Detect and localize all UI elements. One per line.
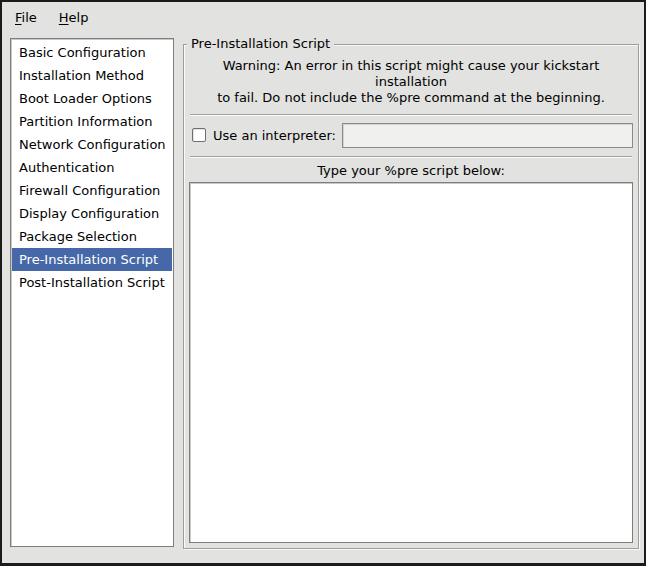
sidebar-item-display-configuration[interactable]: Display Configuration: [12, 202, 172, 225]
sidebar-item-authentication[interactable]: Authentication: [12, 156, 172, 179]
warning-line-1: Warning: An error in this script might c…: [189, 58, 633, 90]
sidebar-item-post-installation-script[interactable]: Post-Installation Script: [12, 271, 172, 294]
separator: [190, 156, 632, 157]
kickstart-configurator-window: File Help Basic ConfigurationInstallatio…: [0, 0, 646, 566]
sidebar-item-boot-loader-options[interactable]: Boot Loader Options: [12, 87, 172, 110]
sidebar-item-pre-installation-script[interactable]: Pre-Installation Script: [12, 248, 172, 271]
use-interpreter-label[interactable]: Use an interpreter:: [213, 128, 336, 143]
warning-line-2: to fail. Do not include the %pre command…: [189, 90, 633, 106]
menu-help[interactable]: Help: [52, 7, 96, 28]
pre-script-textarea[interactable]: [189, 182, 633, 543]
interpreter-row: Use an interpreter:: [189, 122, 633, 148]
sidebar-item-package-selection[interactable]: Package Selection: [12, 225, 172, 248]
sidebar-item-basic-configuration[interactable]: Basic Configuration: [12, 41, 172, 64]
sidebar-list: Basic ConfigurationInstallation MethodBo…: [10, 38, 174, 547]
interpreter-input[interactable]: [342, 123, 633, 148]
pre-script-label: Type your %pre script below:: [189, 163, 633, 178]
frame-title: Pre-Installation Script: [187, 36, 334, 51]
sidebar-item-firewall-configuration[interactable]: Firewall Configuration: [12, 179, 172, 202]
menubar: File Help: [2, 2, 644, 32]
use-interpreter-checkbox[interactable]: [192, 128, 206, 142]
separator: [190, 114, 632, 115]
pre-installation-script-panel: Pre-Installation Script Warning: An erro…: [183, 44, 639, 549]
menu-file[interactable]: File: [8, 7, 44, 28]
content-area: Pre-Installation Script Warning: An erro…: [183, 38, 639, 549]
sidebar-item-partition-information[interactable]: Partition Information: [12, 110, 172, 133]
main-area: Basic ConfigurationInstallation MethodBo…: [2, 32, 644, 563]
warning-text: Warning: An error in this script might c…: [189, 58, 633, 106]
sidebar-item-installation-method[interactable]: Installation Method: [12, 64, 172, 87]
sidebar-item-network-configuration[interactable]: Network Configuration: [12, 133, 172, 156]
